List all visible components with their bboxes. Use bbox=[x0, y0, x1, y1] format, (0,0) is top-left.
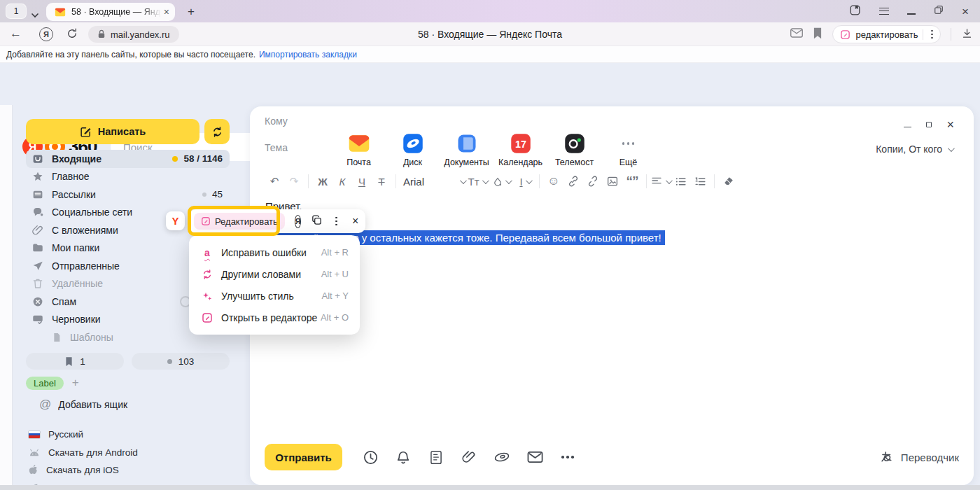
app-label: Документы bbox=[444, 158, 489, 167]
menu-item-rephrase[interactable]: Другими словами Alt + U bbox=[189, 263, 360, 285]
redo-button[interactable]: ↷ bbox=[284, 172, 304, 191]
new-tab-button[interactable]: + bbox=[182, 3, 200, 21]
folder-inbox[interactable]: Входящие 58 / 1146 bbox=[26, 150, 230, 168]
mail-notifications-icon[interactable] bbox=[790, 28, 803, 41]
insert-image-button[interactable] bbox=[603, 172, 622, 191]
yandex-button[interactable]: Я bbox=[39, 27, 53, 41]
attach-file-icon[interactable] bbox=[461, 449, 477, 465]
downloads-icon[interactable] bbox=[961, 27, 973, 42]
app-label: Ещё bbox=[620, 158, 638, 167]
import-bookmarks-link[interactable]: Импортировать закладки bbox=[259, 50, 357, 59]
compose-pencil-icon bbox=[80, 126, 92, 138]
link-button[interactable] bbox=[564, 172, 583, 191]
label-tag[interactable]: Label bbox=[26, 377, 64, 390]
attach-from-mail-icon[interactable] bbox=[526, 449, 543, 465]
lock-icon bbox=[97, 29, 106, 39]
reload-button[interactable] bbox=[66, 27, 78, 43]
notes-icon[interactable] bbox=[428, 449, 444, 465]
italic-button[interactable]: К bbox=[332, 172, 352, 191]
refresh-button[interactable] bbox=[204, 119, 230, 144]
editor-pill-more-icon[interactable] bbox=[928, 30, 936, 39]
bookmarks-counter-pill[interactable]: 1 bbox=[26, 353, 124, 370]
language-link[interactable]: Русский bbox=[28, 426, 138, 444]
bookmark-icon[interactable] bbox=[813, 27, 822, 42]
bullet-list-button[interactable] bbox=[671, 172, 690, 191]
compose-maximize-button[interactable] bbox=[926, 122, 932, 127]
unread-counter-pill[interactable]: 103 bbox=[132, 353, 230, 370]
align-button[interactable] bbox=[651, 172, 671, 191]
url-field[interactable]: mail.yandex.ru bbox=[88, 26, 179, 43]
numbered-list-button[interactable] bbox=[690, 172, 710, 191]
trash-icon bbox=[31, 277, 44, 290]
menu-item-fix-errors[interactable]: а Исправить ошибки Alt + R bbox=[189, 241, 360, 263]
add-label-button[interactable]: + bbox=[72, 376, 79, 390]
font-size-select[interactable]: Tт bbox=[468, 172, 487, 191]
add-mailbox-button[interactable]: @ Добавить ящик bbox=[39, 398, 127, 412]
subject-input[interactable] bbox=[265, 142, 713, 153]
tab-list-chevron-icon[interactable] bbox=[31, 8, 39, 21]
compose-button[interactable]: Написать bbox=[26, 119, 200, 144]
strikethrough-button[interactable]: Т bbox=[372, 172, 391, 191]
yandex-browser-badge[interactable]: Y bbox=[166, 211, 185, 230]
menu-item-open-editor[interactable]: Открыть в редакторе Alt + O bbox=[189, 307, 360, 328]
quote-button[interactable]: “” bbox=[622, 172, 642, 191]
text-color-button[interactable]: I bbox=[515, 172, 535, 191]
schedule-send-icon[interactable] bbox=[362, 449, 379, 465]
copy-icon[interactable] bbox=[311, 214, 323, 229]
browser-address-bar: ← Я 58 · Входящие — Яндекс Почта mail.ya… bbox=[0, 22, 980, 46]
highlight-color-button[interactable] bbox=[491, 172, 511, 191]
font-family-select[interactable]: Arial bbox=[400, 172, 468, 191]
shortcut: Alt + U bbox=[321, 269, 349, 279]
eraser-button[interactable] bbox=[719, 172, 738, 191]
mail-header: Я 360 Почта Диск bbox=[0, 63, 980, 105]
compose-minimize-button[interactable] bbox=[904, 127, 911, 127]
sparkles-icon bbox=[200, 290, 214, 302]
cc-from-toggle[interactable]: Копии, От кого bbox=[876, 144, 953, 155]
send-button[interactable]: Отправить bbox=[265, 444, 342, 470]
bookmarks-hint: Добавляйте на эту панель сайты, которые … bbox=[6, 50, 255, 59]
horizontal-scrollbar[interactable] bbox=[0, 485, 980, 490]
tab-close-icon[interactable]: × bbox=[164, 7, 169, 17]
undo-button[interactable]: ↶ bbox=[265, 172, 284, 191]
download-android-link[interactable]: Скачать для Android bbox=[28, 444, 138, 462]
documents-app-icon bbox=[456, 132, 477, 155]
translator-button[interactable]: Переводчик bbox=[880, 450, 959, 465]
widget-more-icon[interactable] bbox=[332, 217, 340, 226]
underline-button[interactable]: Ч bbox=[352, 172, 372, 191]
to-field[interactable] bbox=[265, 115, 713, 133]
chat-icon bbox=[31, 206, 44, 218]
bold-button[interactable]: Ж bbox=[313, 172, 332, 191]
back-button[interactable]: ← bbox=[10, 27, 22, 41]
tab-count-button[interactable]: 1 bbox=[6, 4, 27, 19]
folder-newsletters[interactable]: Рассылки 45 bbox=[26, 186, 230, 204]
editor-pill-label: редактировать bbox=[855, 29, 918, 40]
sidebar-panel-icon[interactable] bbox=[849, 4, 861, 19]
browser-tab[interactable]: 58 · Входящие — Яндек × bbox=[46, 3, 175, 21]
more-options-icon[interactable] bbox=[559, 449, 576, 465]
screen: 1 58 · Входящие — Яндек × + × ← bbox=[0, 0, 980, 490]
attach-from-disk-icon[interactable] bbox=[493, 449, 510, 465]
window-restore-button[interactable] bbox=[934, 5, 944, 18]
to-input[interactable] bbox=[265, 115, 713, 127]
download-ios-link[interactable]: Скачать для iOS bbox=[28, 461, 138, 479]
reminder-bell-icon[interactable] bbox=[395, 449, 412, 465]
unlink-button[interactable] bbox=[583, 172, 603, 191]
browser-editor-pill[interactable]: редактировать bbox=[832, 25, 941, 43]
paperclip-icon bbox=[31, 224, 44, 237]
unread-dot bbox=[172, 156, 178, 162]
compose-close-button[interactable]: × bbox=[946, 118, 954, 131]
browser-menu-icon[interactable] bbox=[879, 8, 889, 15]
apple-icon bbox=[28, 464, 38, 476]
emoji-button[interactable]: ☺ bbox=[544, 172, 564, 191]
yandex-search-icon[interactable]: Я bbox=[295, 215, 302, 228]
window-minimize-button[interactable] bbox=[907, 13, 916, 15]
widget-close-icon[interactable]: × bbox=[350, 216, 360, 227]
menu-item-improve-style[interactable]: Улучшить стиль Alt + Y bbox=[189, 285, 360, 307]
fill-drop-icon bbox=[493, 176, 503, 187]
window-close-button[interactable]: × bbox=[962, 6, 969, 18]
at-icon: @ bbox=[39, 398, 51, 412]
russian-flag-icon bbox=[28, 430, 41, 439]
edit-selection-button[interactable]: Редактировать bbox=[194, 213, 285, 230]
folder-main[interactable]: Главное bbox=[26, 168, 230, 186]
shortcut: Alt + R bbox=[321, 247, 349, 258]
